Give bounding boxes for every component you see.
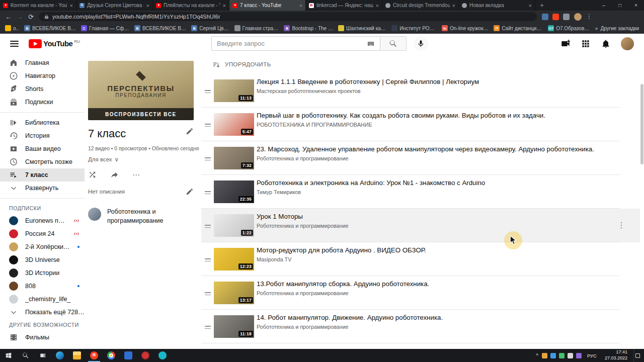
- search-button[interactable]: [380, 36, 407, 51]
- playlist-cover[interactable]: ПЕРСПЕКТИВЫ ПРЕПОДАВАНИЯ ВОСПРОИЗВЕСТИ В…: [88, 61, 194, 120]
- sidebar-item[interactable]: История: [0, 129, 85, 142]
- video-title[interactable]: 14. Робот манипулятор. Движение. Ардуино…: [257, 314, 608, 321]
- browser-tab[interactable]: Circuit design Tremendous Jarv×: [382, 0, 459, 11]
- bookmark-item[interactable]: BСергей Цветов: [191, 25, 229, 31]
- video-row[interactable]: 13:1713.Робот манипулятор сборка. Ардуин…: [201, 276, 640, 310]
- window-minimize-button[interactable]: –: [596, 0, 612, 11]
- notifications-bell-icon[interactable]: [601, 39, 611, 49]
- browser-menu-icon[interactable]: ⋮: [586, 13, 592, 20]
- video-title[interactable]: 13.Робот манипулятор сборка. Ардуино роб…: [257, 280, 608, 288]
- edge-taskbar-icon[interactable]: [51, 349, 68, 362]
- sidebar-subscription[interactable]: Показать ещё 728 к...: [0, 306, 85, 319]
- yandex-taskbar-icon[interactable]: [86, 349, 103, 362]
- drag-handle-icon[interactable]: [205, 89, 211, 95]
- video-thumbnail[interactable]: 11:18: [214, 315, 254, 338]
- sidebar-item[interactable]: Развернуть: [0, 182, 85, 195]
- share-icon[interactable]: [110, 170, 119, 179]
- sidebar-subscription[interactable]: 2-й Хопёрский ок...: [0, 240, 85, 253]
- bookmark-item[interactable]: BBootstrap - The mo...: [284, 25, 334, 31]
- browser-profile-avatar[interactable]: [574, 13, 582, 21]
- video-channel[interactable]: Masiponda TV: [257, 256, 291, 262]
- drag-handle-icon[interactable]: [205, 123, 211, 128]
- video-thumbnail[interactable]: 11:13: [214, 79, 254, 102]
- drag-handle-icon[interactable]: [205, 291, 211, 297]
- bookmark-item[interactable]: BВСЕВЕЛИКОЕ ВОЙ...: [24, 25, 76, 31]
- bookmark-item[interactable]: ody: [5, 25, 20, 31]
- task-view-button[interactable]: [34, 349, 51, 362]
- sidebar-item[interactable]: 7 класс: [0, 168, 85, 182]
- other-bookmarks-button[interactable]: » Другие закладки: [595, 26, 639, 31]
- account-avatar[interactable]: [621, 37, 634, 50]
- drag-handle-icon[interactable]: [205, 190, 211, 196]
- video-thumbnail[interactable]: 22:35: [214, 180, 254, 203]
- keyboard-icon[interactable]: [367, 40, 375, 48]
- tab-close-icon[interactable]: ×: [529, 3, 532, 9]
- youtube-logo[interactable]: YouTube RU: [29, 39, 80, 48]
- video-thumbnail[interactable]: 5:47: [214, 113, 254, 136]
- taskbar-search-button[interactable]: [17, 349, 34, 362]
- more-actions-icon[interactable]: ⋯: [132, 172, 140, 177]
- video-title[interactable]: Робототехника и электроника на Arduino: …: [257, 179, 608, 187]
- tray-icon[interactable]: [576, 353, 582, 358]
- tray-icon[interactable]: [559, 353, 565, 358]
- video-title[interactable]: Лекция 1.1.1 Введение в робототехнику | …: [257, 78, 608, 85]
- sidebar-item[interactable]: Фильмы: [0, 331, 85, 344]
- playlist-visibility-dropdown[interactable]: Для всех ∨: [88, 156, 194, 163]
- video-title[interactable]: Мотор-редуктор для робота Ардуино . ВИДЕ…: [257, 246, 608, 254]
- forward-icon[interactable]: →: [17, 14, 23, 20]
- tray-icon[interactable]: [568, 353, 573, 358]
- language-indicator[interactable]: РУС: [587, 353, 597, 358]
- bookmark-item[interactable]: ПСайт дистанционн...: [494, 25, 543, 31]
- new-tab-button[interactable]: +: [535, 0, 548, 11]
- browser-tab[interactable]: 7 класс - YouTube×: [229, 0, 306, 11]
- bookmark-item[interactable]: О7О7.Образование: [548, 25, 591, 31]
- video-thumbnail[interactable]: 7:32: [214, 147, 254, 169]
- sidebar-subscription[interactable]: Россия 24: [0, 227, 85, 240]
- generic-extension-icon[interactable]: [563, 14, 570, 20]
- sort-button[interactable]: УПОРЯДОЧИТЬ: [201, 58, 640, 71]
- sidebar-subscription[interactable]: 808: [0, 280, 85, 293]
- video-channel[interactable]: РОБОТОТЕХНИКА И ПРОГРАММИРОВАНИЕ: [257, 122, 372, 128]
- action-center-button[interactable]: [633, 349, 641, 362]
- search-input[interactable]: [217, 40, 363, 47]
- video-menu-icon[interactable]: ⋮: [617, 220, 626, 231]
- hidden-icons-chevron-icon[interactable]: ^: [536, 353, 538, 358]
- drag-handle-icon[interactable]: [205, 156, 211, 162]
- tab-close-icon[interactable]: ×: [70, 3, 73, 9]
- browser-tab[interactable]: Контент на канале - YouTube S×: [0, 0, 76, 11]
- menu-hamburger-icon[interactable]: [10, 39, 19, 48]
- tray-icon[interactable]: [550, 353, 556, 358]
- window-close-button[interactable]: ×: [628, 0, 644, 11]
- video-thumbnail[interactable]: 13:17: [214, 282, 254, 304]
- tab-close-icon[interactable]: ×: [452, 3, 455, 9]
- voice-search-button[interactable]: [414, 36, 428, 51]
- video-thumbnail[interactable]: 1:22: [214, 214, 254, 237]
- bookmark-item[interactable]: CГлавная — Сферум: [81, 25, 130, 31]
- browser-tab[interactable]: Друзья Сергея Цветова — 250×: [76, 0, 153, 11]
- sidebar-subscription[interactable]: 3D Universe: [0, 253, 85, 266]
- drag-handle-icon[interactable]: [205, 224, 211, 229]
- chrome-taskbar-icon[interactable]: [103, 349, 120, 362]
- create-video-icon[interactable]: [560, 39, 571, 49]
- drag-handle-icon[interactable]: [205, 257, 211, 263]
- video-title[interactable]: 23. Марсоход. Удаленное управление робот…: [257, 145, 608, 153]
- video-title[interactable]: Первый шаг в робототехнику. Как создать …: [257, 112, 608, 119]
- sidebar-item[interactable]: Смотреть позже: [0, 155, 85, 168]
- video-channel[interactable]: Мастерская робототехнических проектов: [257, 88, 361, 94]
- video-channel[interactable]: Тимур Темириков: [257, 189, 301, 195]
- tab-close-icon[interactable]: ×: [223, 3, 226, 9]
- url-text[interactable]: youtube.com/playlist?list=PLWwh-NqfhfRlM…: [52, 14, 220, 20]
- page-scrollbar[interactable]: [640, 84, 643, 164]
- explorer-taskbar-icon[interactable]: [68, 349, 86, 362]
- vk-extension-icon[interactable]: [542, 14, 548, 20]
- sidebar-item[interactable]: Shorts: [0, 82, 85, 96]
- sidebar-item[interactable]: Подписки: [0, 96, 85, 109]
- tray-icon[interactable]: [542, 353, 547, 358]
- video-channel[interactable]: Робототехника и программирование: [257, 290, 349, 296]
- edit-description-pencil-icon[interactable]: [186, 188, 194, 196]
- url-field[interactable]: youtube.com/playlist?list=PLWwh-NqfhfRlM…: [39, 12, 537, 21]
- drag-handle-icon[interactable]: [205, 325, 211, 330]
- yandex-extension-icon[interactable]: [552, 14, 559, 20]
- blue-app-taskbar-icon[interactable]: [120, 349, 137, 362]
- video-row[interactable]: 11:13Лекция 1.1.1 Введение в робототехни…: [201, 74, 640, 108]
